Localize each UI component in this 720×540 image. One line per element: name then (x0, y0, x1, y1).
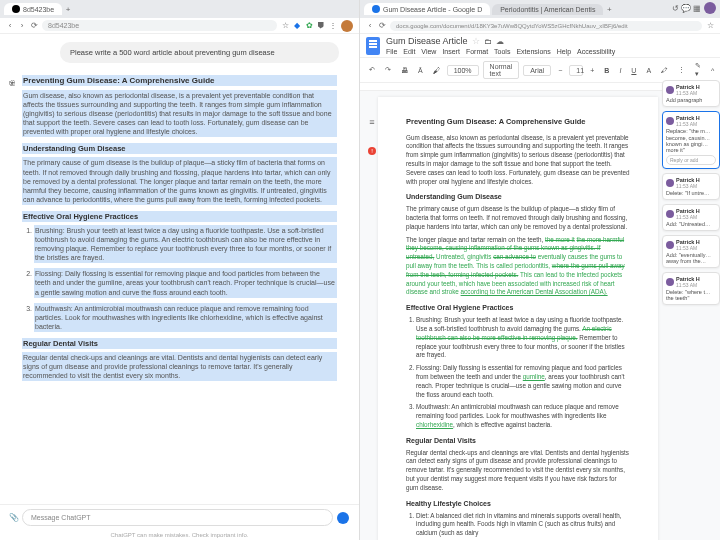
replacement: gumline (523, 373, 545, 380)
comment-action: Delete: "where t… the teeth" (666, 289, 716, 301)
browser-tab[interactable]: 8d5423be (4, 3, 62, 15)
doc-title[interactable]: Gum Disease Article (386, 36, 468, 46)
chatgpt-window: 8d5423be + ‹ › ⟳ 8d5423be ☆ ◆ ✿ ⛊ ⋮ Plea… (0, 0, 360, 540)
bold-icon[interactable]: B (601, 66, 612, 75)
chat-input-row: 📎 Message ChatGPT (0, 504, 359, 530)
menu-help[interactable]: Help (557, 48, 571, 55)
undo-icon[interactable]: ↶ (366, 65, 378, 75)
comment-time: 11:53 AM (676, 121, 700, 127)
menu-icon[interactable]: ⋮ (329, 22, 337, 30)
list-item: Mouthwash: An antimicrobial mouthwash ca… (34, 303, 337, 332)
comment-icon[interactable]: 💬 (682, 4, 690, 12)
menu-tools[interactable]: Tools (494, 48, 510, 55)
browser-tab[interactable]: Gum Disease Article - Google D (364, 3, 490, 15)
list-item: Brushing: Brush your teeth at least twic… (34, 225, 337, 263)
menu-extensions[interactable]: Extensions (516, 48, 550, 55)
font-select[interactable]: Arial (523, 65, 551, 76)
url-input[interactable]: 8d5423be (42, 20, 277, 31)
comment-time: 11:53 AM (676, 282, 700, 288)
comment-card[interactable]: Patrick H11:53 AMAdd paragraph (662, 91, 720, 107)
new-tab-icon[interactable]: + (605, 5, 613, 13)
list-item: Mouthwash: An antimicrobial mouthwash ca… (416, 403, 630, 429)
comment-card[interactable]: Patrick H11:53 AMReplace: "the m…become,… (662, 111, 720, 169)
comment-time: 11:53 AM (676, 183, 700, 189)
forward-icon[interactable]: › (18, 22, 26, 30)
history-icon[interactable]: ↺ (671, 4, 679, 12)
chat-input[interactable]: Message ChatGPT (22, 509, 333, 526)
paint-icon[interactable]: 🖌 (430, 66, 443, 75)
tab-title: 8d5423be (23, 6, 54, 13)
font-size[interactable]: 11 (569, 65, 583, 76)
url-input[interactable]: docs.google.com/document/d/18KY3e7uWw8QQ… (390, 21, 702, 31)
menu-edit[interactable]: Edit (403, 48, 415, 55)
text: , which is effective against bacteria. (453, 421, 552, 428)
cloud-icon[interactable]: ☁ (496, 37, 504, 45)
doc-p2b: The longer plaque and tartar remain on t… (406, 236, 630, 298)
comments-panel: Patrick H11:53 AMAdd paragraph Patrick H… (662, 91, 720, 305)
highlight-icon[interactable]: 🖍 (658, 66, 671, 75)
extension-icon[interactable]: ◆ (293, 22, 301, 30)
doc-header: Gum Disease Article ☆ 🗀 ☁ File Edit View… (360, 34, 720, 58)
size-minus[interactable]: − (555, 66, 565, 75)
puzzle-icon[interactable]: ✿ (305, 22, 313, 30)
more-icon[interactable]: ⋮ (675, 65, 688, 75)
size-plus[interactable]: + (587, 66, 597, 75)
textcolor-icon[interactable]: A (643, 66, 654, 75)
star-icon[interactable]: ☆ (706, 22, 714, 30)
link[interactable]: according to the American Dental Associa… (461, 288, 608, 295)
comment-card[interactable]: Patrick H11:53 AMDelete: "where t… the t… (662, 272, 720, 305)
comment-action: Delete: "If untre… (666, 190, 716, 196)
editing-mode[interactable]: ✎ ▾ (692, 61, 704, 79)
list-item: Flossing: Daily flossing is essential fo… (416, 364, 630, 399)
meet-icon[interactable]: ▦ (693, 4, 701, 12)
star-icon[interactable]: ☆ (281, 22, 289, 30)
menu-insert[interactable]: Insert (442, 48, 460, 55)
menu-file[interactable]: File (386, 48, 397, 55)
outline-icon[interactable]: ≡ (369, 117, 374, 127)
redo-icon[interactable]: ↷ (382, 65, 394, 75)
reload-icon[interactable]: ⟳ (30, 22, 38, 30)
comment-card[interactable]: Patrick H11:53 AMDelete: "If untre… (662, 173, 720, 200)
new-tab-icon[interactable]: + (64, 5, 72, 13)
italic-icon[interactable]: I (616, 66, 624, 75)
spellcheck-icon[interactable]: Ā (415, 66, 426, 75)
collapse-icon[interactable]: ^ (708, 66, 717, 75)
menu-format[interactable]: Format (466, 48, 488, 55)
comment-time: 11:53 AM (676, 91, 700, 96)
browser-tabbar: 8d5423be + (0, 0, 359, 18)
shield-icon[interactable]: ⛊ (317, 22, 325, 30)
comment-card[interactable]: Patrick H11:53 AMAdd: "eventually… away … (662, 235, 720, 268)
profile-avatar[interactable] (341, 20, 353, 32)
article-list: Brushing: Brush your teeth at least twic… (34, 225, 337, 332)
reload-icon[interactable]: ⟳ (378, 22, 386, 30)
zoom-select[interactable]: 100% (447, 65, 479, 76)
menu-view[interactable]: View (421, 48, 436, 55)
menu-bar: File Edit View Insert Format Tools Exten… (386, 48, 615, 55)
browser-tab[interactable]: Periodontitis | American Dentis (492, 4, 603, 15)
article-p2: The primary cause of gum disease is the … (22, 157, 337, 204)
docs-logo-icon[interactable] (366, 37, 380, 55)
text: The longer plaque and tartar remain on t… (406, 236, 545, 243)
print-icon[interactable]: 🖶 (398, 66, 411, 75)
article-h3a: Understanding Gum Disease (22, 143, 337, 154)
profile-avatar[interactable] (704, 2, 716, 14)
error-badge[interactable]: ! (368, 147, 376, 155)
address-bar: ‹ ⟳ docs.google.com/document/d/18KY3e7uW… (360, 18, 720, 34)
back-icon[interactable]: ‹ (366, 22, 374, 30)
avatar (666, 278, 674, 286)
assistant-article: ֎ Preventing Gum Disease: A Comprehensiv… (22, 75, 337, 381)
style-select[interactable]: Normal text (483, 61, 520, 79)
doc-page[interactable]: Preventing Gum Disease: A Comprehensive … (378, 97, 658, 540)
underline-icon[interactable]: U (628, 66, 639, 75)
reply-input[interactable]: Reply or add (666, 155, 716, 165)
menu-accessibility[interactable]: Accessibility (577, 48, 615, 55)
back-icon[interactable]: ‹ (6, 22, 14, 30)
comment-card[interactable]: Patrick H11:53 AMAdd: "Untreated… (662, 204, 720, 231)
attach-icon[interactable]: 📎 (10, 514, 18, 522)
send-button[interactable] (337, 512, 349, 524)
replacement: chlorhexidine (416, 421, 453, 428)
folder-icon[interactable]: 🗀 (484, 37, 492, 45)
tab-title: Gum Disease Article - Google D (383, 6, 482, 13)
list-item: Brushing: Brush your teeth at least twic… (416, 316, 630, 360)
star-icon[interactable]: ☆ (472, 36, 480, 46)
